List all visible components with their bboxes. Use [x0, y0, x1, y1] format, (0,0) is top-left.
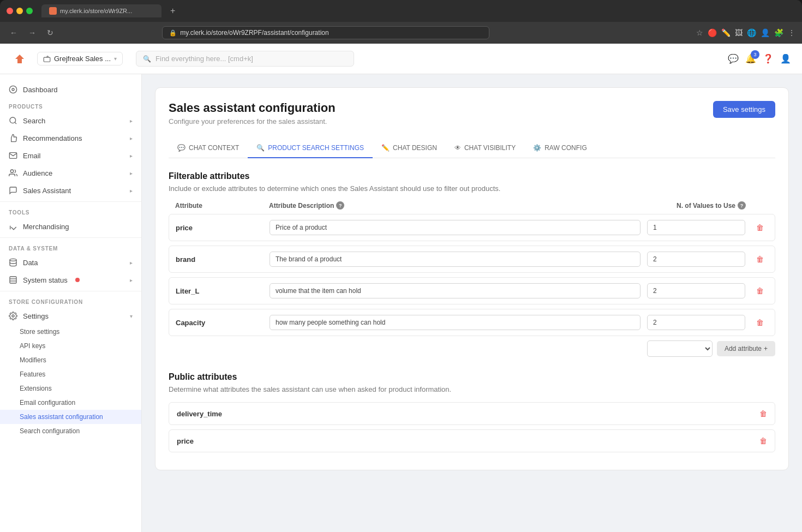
attr-count-input-liter[interactable]	[647, 283, 745, 298]
logo	[11, 50, 28, 68]
email-chevron-icon: ▸	[130, 153, 133, 159]
attr-count-input-capacity[interactable]	[647, 315, 745, 330]
star-icon[interactable]: ☆	[696, 28, 703, 37]
forward-btn[interactable]: →	[25, 27, 39, 38]
sales-assistant-chevron-icon: ▸	[130, 188, 133, 194]
minimize-window-btn[interactable]	[16, 8, 23, 14]
tab-chat-visibility[interactable]: 👁 CHAT VISIBILITY	[446, 139, 524, 158]
extension-icon[interactable]: 🔴	[708, 28, 717, 37]
sidebar-item-dashboard[interactable]: Dashboard	[0, 81, 141, 98]
new-tab-btn[interactable]: +	[166, 5, 179, 17]
svg-point-3	[12, 88, 14, 91]
tab-raw-config[interactable]: ⚙️ RAW CONFIG	[524, 139, 596, 158]
merchandising-icon	[9, 222, 17, 231]
delete-price-btn[interactable]: 🗑	[752, 223, 768, 232]
plus-icon: +	[764, 345, 768, 352]
delete-delivery-btn[interactable]: 🗑	[759, 409, 767, 418]
close-window-btn[interactable]	[7, 8, 13, 14]
add-attribute-button[interactable]: Add attribute +	[717, 341, 775, 356]
sub-email-configuration[interactable]: Email configuration	[0, 396, 141, 410]
audience-icon	[9, 169, 17, 177]
tab-chat-design[interactable]: ✏️ CHAT DESIGN	[373, 139, 446, 158]
extension2-icon[interactable]: 🧩	[774, 28, 783, 37]
table-row: Capacity 🗑	[169, 309, 775, 336]
nav-merchandising-label: Merchandising	[23, 223, 69, 231]
public-attr-name-price: price	[177, 437, 194, 445]
attributes-header: Attribute Attribute Description ? N. of …	[169, 201, 775, 214]
back-btn[interactable]: ←	[7, 27, 21, 38]
user-icon2[interactable]: 👤	[761, 28, 770, 37]
public-title: Public attributes	[169, 372, 775, 382]
description-info-icon[interactable]: ?	[336, 201, 344, 210]
reload-btn[interactable]: ↻	[44, 27, 57, 38]
store-name: Grejfreak Sales ...	[54, 55, 111, 63]
tab-chat-context[interactable]: 💬 CHAT CONTEXT	[169, 139, 248, 158]
delete-liter-btn[interactable]: 🗑	[752, 286, 768, 295]
attr-count-input-price[interactable]	[647, 220, 745, 235]
svg-point-2	[9, 86, 16, 93]
sidebar-item-settings[interactable]: Settings ▾	[0, 307, 141, 325]
sub-store-settings[interactable]: Store settings	[0, 325, 141, 339]
add-attribute-row: Add attribute +	[169, 340, 775, 357]
sub-search-configuration[interactable]: Search configuration	[0, 424, 141, 438]
sidebar-item-sales-assistant[interactable]: Sales Assistant ▸	[0, 182, 141, 199]
store-selector[interactable]: Grejfreak Sales ... ▾	[37, 52, 123, 65]
fullscreen-window-btn[interactable]	[26, 8, 33, 14]
address-bar[interactable]: 🔒 my.clerk.io/store/oWr9ZRPF/assistant/c…	[162, 26, 489, 39]
screenshot-icon[interactable]: 🖼	[735, 28, 743, 37]
public-attr-name-delivery: delivery_time	[177, 410, 222, 418]
product-search-tab-label: PRODUCT SEARCH SETTINGS	[268, 144, 364, 152]
attr-name-brand: brand	[176, 255, 263, 264]
sidebar-item-audience[interactable]: Audience ▸	[0, 164, 141, 182]
sidebar-item-merchandising[interactable]: Merchandising	[0, 218, 141, 235]
table-row: brand 🗑	[169, 246, 775, 273]
attr-name-capacity: Capacity	[176, 319, 263, 327]
attr-name-price: price	[176, 224, 263, 232]
attribute-select[interactable]	[647, 340, 713, 357]
table-row: price 🗑	[169, 214, 775, 241]
attr-desc-input-price[interactable]	[270, 220, 641, 235]
sidebar-item-search[interactable]: Search ▸	[0, 112, 141, 129]
recommendations-icon	[9, 134, 17, 142]
data-icon	[9, 258, 17, 267]
nav-system-status-label: System status	[23, 276, 68, 284]
attr-desc-input-brand[interactable]	[270, 252, 641, 267]
svg-point-11	[12, 315, 14, 317]
sidebar-item-recommendations[interactable]: Recommendations ▸	[0, 129, 141, 147]
notifications-btn[interactable]: 🔔 3	[745, 53, 756, 64]
attr-count-input-brand[interactable]	[647, 252, 745, 267]
attr-desc-input-capacity[interactable]	[270, 315, 641, 330]
sidebar-section-products: PRODUCTS	[0, 98, 141, 112]
delete-public-price-btn[interactable]: 🗑	[759, 437, 767, 445]
global-search[interactable]: 🔍 Find everything here... [cmd+k]	[136, 51, 354, 67]
sidebar-item-email[interactable]: Email ▸	[0, 147, 141, 164]
tab-label[interactable]: my.clerk.io/store/oWr9ZR...	[60, 8, 132, 14]
chat-context-tab-label: CHAT CONTEXT	[189, 144, 239, 152]
sidebar-item-system-status[interactable]: System status ▸	[0, 271, 141, 289]
svg-rect-1	[44, 57, 50, 62]
save-settings-button[interactable]: Save settings	[713, 101, 775, 118]
sub-modifiers[interactable]: Modifiers	[0, 353, 141, 367]
help-btn[interactable]: ❓	[763, 53, 774, 64]
status-badge	[75, 278, 80, 282]
page-header: Sales assistant configuration Configure …	[169, 101, 775, 125]
delete-capacity-btn[interactable]: 🗑	[752, 318, 768, 327]
menu-icon[interactable]: ⋮	[788, 28, 795, 37]
translate-icon[interactable]: 🌐	[747, 28, 756, 37]
values-info-icon[interactable]: ?	[738, 201, 746, 210]
sub-features[interactable]: Features	[0, 367, 141, 381]
attr-desc-input-liter[interactable]	[270, 283, 641, 298]
nav-recommendations-label: Recommendations	[23, 134, 82, 142]
user-profile-btn[interactable]: 👤	[780, 53, 791, 64]
sub-extensions[interactable]: Extensions	[0, 381, 141, 396]
comments-btn[interactable]: 💬	[728, 53, 739, 64]
sub-api-keys[interactable]: API keys	[0, 339, 141, 353]
recommendations-chevron-icon: ▸	[130, 135, 133, 141]
sidebar-item-data[interactable]: Data ▸	[0, 254, 141, 271]
tab-product-search[interactable]: 🔍 PRODUCT SEARCH SETTINGS	[248, 139, 373, 158]
dashboard-label: Dashboard	[23, 86, 58, 94]
edit-icon[interactable]: ✏️	[721, 28, 731, 37]
delete-brand-btn[interactable]: 🗑	[752, 255, 768, 264]
public-desc: Determine what attributes the sales assi…	[169, 385, 775, 393]
sub-sales-assistant-configuration[interactable]: Sales assistant configuration	[0, 410, 141, 424]
